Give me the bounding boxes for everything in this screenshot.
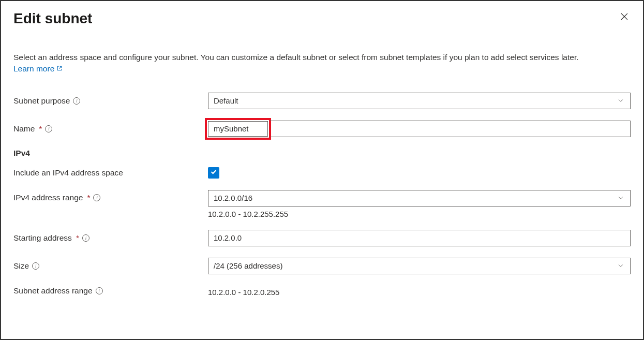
chevron-down-icon [618,96,624,105]
ipv4-range-value: 10.2.0.0/16 [214,194,252,202]
checkmark-icon [210,168,217,177]
size-label: Size i [13,261,208,271]
ipv4-range-label: IPv4 address range* i [13,190,208,202]
name-highlight [205,118,271,140]
size-value: /24 (256 addresses) [214,261,282,270]
ipv4-range-row: IPv4 address range* i 10.2.0.0/16 10.2.0… [13,190,631,218]
close-button[interactable] [618,10,631,24]
required-marker: * [39,124,42,134]
info-icon[interactable]: i [82,234,89,242]
subnet-purpose-value: Default [214,96,238,105]
info-icon[interactable]: i [32,262,39,270]
starting-address-input[interactable] [208,230,631,246]
chevron-down-icon [618,261,624,270]
include-ipv4-row: Include an IPv4 address space [13,167,631,179]
info-icon[interactable]: i [96,287,103,294]
subnet-purpose-row: Subnet purpose i Default [13,93,631,109]
panel-title: Edit subnet [13,10,92,27]
info-icon[interactable]: i [45,125,52,132]
edit-subnet-panel: Edit subnet Select an address space and … [1,1,643,317]
info-icon[interactable]: i [93,194,100,201]
ipv4-range-select[interactable]: 10.2.0.0/16 [208,190,631,206]
include-ipv4-label: Include an IPv4 address space [13,168,208,178]
name-input[interactable] [208,121,268,137]
starting-address-row: Starting address* i [13,230,631,246]
ipv4-range-helper: 10.2.0.0 - 10.2.255.255 [208,210,631,218]
include-ipv4-checkbox[interactable] [208,167,219,179]
size-row: Size i /24 (256 addresses) [13,258,631,274]
description-text: Select an address space and configure yo… [13,53,579,62]
required-marker: * [87,193,90,202]
subnet-address-range-row: Subnet address range i 10.2.0.0 - 10.2.0… [13,286,631,297]
starting-address-label: Starting address* i [13,233,208,243]
external-link-icon [56,63,63,75]
subnet-purpose-select[interactable]: Default [208,93,631,109]
name-label: Name* i [13,124,208,134]
panel-header: Edit subnet [13,10,631,27]
name-row: Name* i [13,121,631,137]
info-icon[interactable]: i [73,97,80,105]
close-icon [620,12,628,23]
subnet-purpose-label: Subnet purpose i [13,96,208,106]
required-marker: * [76,233,79,243]
learn-more-label: Learn more [13,63,54,75]
subnet-address-range-label: Subnet address range i [13,286,208,295]
size-select[interactable]: /24 (256 addresses) [208,258,631,274]
name-input-extension[interactable] [270,121,631,137]
panel-description: Select an address space and configure yo… [13,52,631,75]
chevron-down-icon [618,194,624,202]
ipv4-section-heading: IPv4 [13,149,631,158]
learn-more-link[interactable]: Learn more [13,63,63,75]
subnet-address-range-value: 10.2.0.0 - 10.2.0.255 [208,286,631,297]
